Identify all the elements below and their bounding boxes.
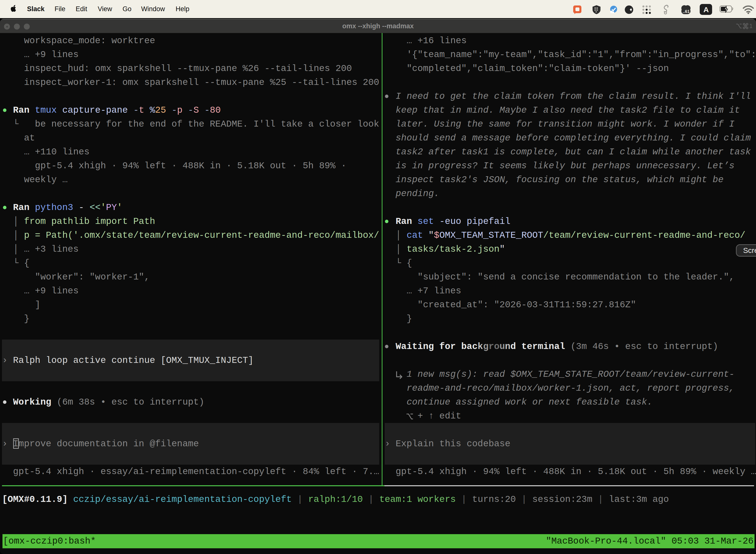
- svg-text:A: A: [703, 5, 709, 14]
- svg-text:..61: ..61: [683, 9, 690, 14]
- svg-text:1: 1: [749, 22, 752, 29]
